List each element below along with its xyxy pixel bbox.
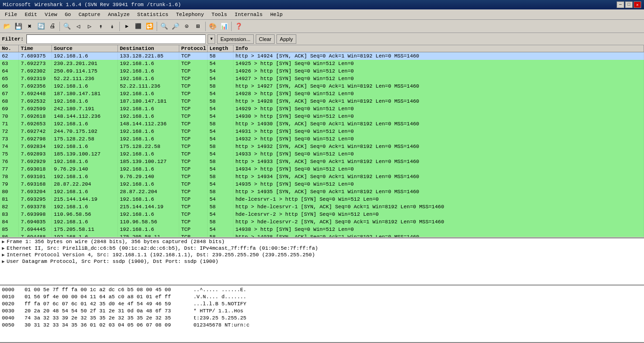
titlebar-left: Microsoft Wireshark 1.6.4 (SVN Rev 39941… bbox=[3, 2, 181, 8]
menu-item-edit[interactable]: Edit bbox=[21, 11, 41, 18]
table-row[interactable]: 857.694445175.205.58.11192.168.1.6TCP541… bbox=[0, 226, 644, 233]
zoom-out-button[interactable]: 🔎 bbox=[170, 21, 181, 32]
filterbar: Filter: ▼ Expression... Clear Apply bbox=[0, 33, 644, 45]
table-row[interactable]: 737.692798175.128.22.58192.168.1.6TCP541… bbox=[0, 135, 644, 143]
hex-row: 0020ff fa 07 6c 07 6c 01 42 35 d0 4e 4f … bbox=[2, 301, 642, 308]
apply-button[interactable]: Apply bbox=[276, 34, 296, 44]
hex-bytes: 30 31 32 33 34 35 36 01 02 03 04 05 06 0… bbox=[25, 322, 190, 329]
filter-dropdown-button[interactable]: ▼ bbox=[208, 34, 215, 44]
hex-offset: 0000 bbox=[2, 286, 21, 294]
zoom-normal-button[interactable]: ⊙ bbox=[182, 21, 192, 32]
hex-dump: 000001 00 5e 7f ff fa 00 1c a2 dc c6 b5 … bbox=[0, 286, 644, 342]
close-button[interactable]: ✕ bbox=[634, 1, 641, 8]
table-row[interactable]: 717.692653192.168.1.6148.144.112.236TCP5… bbox=[0, 120, 644, 128]
table-row[interactable]: 817.693295215.144.144.19192.168.1.6TCP54… bbox=[0, 196, 644, 203]
goto-next-button[interactable]: ▷ bbox=[84, 21, 95, 32]
clear-button[interactable]: Clear bbox=[256, 34, 275, 44]
hex-bytes: 01 00 5e 7f ff fa 00 1c a2 dc c6 b5 08 0… bbox=[25, 286, 190, 294]
maximize-button[interactable]: □ bbox=[625, 1, 633, 8]
table-row[interactable]: 847.694035192.168.1.6110.96.58.56TCP58ht… bbox=[0, 218, 644, 226]
detail-row[interactable]: ▶Ethernet II, Src: PirelliB_dc:c6:b5 (00… bbox=[0, 245, 644, 252]
table-row[interactable]: 807.693204192.168.1.628.87.22.204TCP58ht… bbox=[0, 188, 644, 196]
capture-restart-button[interactable]: 🔁 bbox=[144, 21, 155, 32]
table-row[interactable]: 677.692448187.180.147.181192.168.1.6TCP5… bbox=[0, 90, 644, 98]
hex-ascii: t:239.25 5.255.25 bbox=[193, 315, 246, 322]
table-row[interactable]: 867.694488192.168.1.6175.205.58.11TCP58h… bbox=[0, 233, 644, 237]
column-header-time: Time bbox=[19, 45, 52, 52]
find-button[interactable]: 🔍 bbox=[62, 21, 72, 32]
detail-text: Ethernet II, Src: PirelliB_dc:c6:b5 (00:… bbox=[7, 245, 318, 251]
table-row[interactable]: 787.693101192.168.1.69.76.29.140TCP58htt… bbox=[0, 173, 644, 180]
menu-item-go[interactable]: Go bbox=[61, 11, 75, 18]
titlebar: Microsoft Wireshark 1.6.4 (SVN Rev 39941… bbox=[0, 0, 644, 9]
detail-row[interactable]: ▶User Datagram Protocol, Src Port: ssdp … bbox=[0, 258, 644, 265]
titlebar-controls[interactable]: ─ □ ✕ bbox=[617, 1, 641, 8]
toolbar: 📂 💾 ✖ 🔄 🖨 🔍 ◁ ▷ ↟ ↡ ▶ ⬛ 🔁 🔍 🔎 ⊙ ⊞ 🎨 📊 ❓ bbox=[0, 20, 644, 33]
print-button[interactable]: 🖨 bbox=[47, 21, 58, 32]
table-row[interactable]: 697.692599242.180.7.191192.168.1.6TCP541… bbox=[0, 105, 644, 113]
resize-columns-button[interactable]: ⊞ bbox=[193, 21, 203, 32]
minimize-button[interactable]: ─ bbox=[617, 1, 624, 8]
hex-ascii: ...l.l.B 5.NOTIFY bbox=[193, 301, 246, 308]
menu-item-statistics[interactable]: Statistics bbox=[134, 11, 172, 18]
hex-offset: 0010 bbox=[2, 294, 21, 301]
colorize-button[interactable]: 🎨 bbox=[208, 21, 218, 32]
toolbar-separator-2 bbox=[119, 22, 120, 31]
menu-item-internals[interactable]: Internals bbox=[231, 11, 266, 18]
table-row[interactable]: 837.693998110.96.58.56192.168.1.6TCP54hd… bbox=[0, 211, 644, 218]
hex-offset: 0020 bbox=[2, 301, 21, 308]
capture-start-button[interactable]: ▶ bbox=[122, 21, 132, 32]
goto-prev-button[interactable]: ◁ bbox=[73, 21, 84, 32]
table-row[interactable]: 707.692618148.144.112.236192.168.1.6TCP5… bbox=[0, 113, 644, 120]
table-row[interactable]: 757.692893185.139.100.127192.168.1.6TCP5… bbox=[0, 150, 644, 158]
hex-row: 005030 31 32 33 34 35 36 01 02 03 04 05 … bbox=[2, 322, 642, 329]
toolbar-separator-5 bbox=[231, 22, 232, 31]
goto-first-button[interactable]: ↟ bbox=[96, 21, 106, 32]
app-name: Microsoft bbox=[3, 2, 31, 8]
hex-bytes: ff fa 07 6c 07 6c 01 42 35 d0 4e 4f 54 4… bbox=[25, 301, 190, 308]
capture-stop-button[interactable]: ⬛ bbox=[133, 21, 143, 32]
table-row[interactable]: 657.69231952.22.111.236192.168.1.6TCP541… bbox=[0, 75, 644, 82]
table-row[interactable]: 767.692929192.168.1.6185.139.100.127TCP5… bbox=[0, 158, 644, 165]
detail-text: Internet Protocol Version 4, Src: 192.16… bbox=[7, 252, 315, 258]
help-button[interactable]: ❓ bbox=[234, 21, 244, 32]
column-header-info: Info bbox=[234, 45, 644, 52]
autocompl-button[interactable]: 📊 bbox=[219, 21, 229, 32]
table-row[interactable]: 727.692742244.70.175.102192.168.1.6TCP54… bbox=[0, 128, 644, 135]
column-header-protocol: Protocol bbox=[179, 45, 208, 52]
menu-item-file[interactable]: File bbox=[1, 11, 21, 18]
table-row[interactable]: 827.693378192.168.1.6215.144.144.19TCP58… bbox=[0, 203, 644, 211]
table-row[interactable]: 627.689375192.168.1.6133.128.221.85TCP58… bbox=[0, 52, 644, 60]
hex-bytes: 74 3a 32 33 39 2e 32 35 35 2e 32 35 35 2… bbox=[25, 315, 190, 322]
hex-ascii: .V.N.... d....... bbox=[193, 294, 246, 301]
menu-item-capture[interactable]: Capture bbox=[75, 11, 104, 18]
table-row[interactable]: 797.69316828.87.22.204192.168.1.6TCP5414… bbox=[0, 180, 644, 188]
table-row[interactable]: 747.692834192.168.1.6175.128.22.58TCP58h… bbox=[0, 143, 644, 150]
table-row[interactable]: 647.692302250.69.114.175192.168.1.6TCP54… bbox=[0, 67, 644, 75]
open-button[interactable]: 📂 bbox=[2, 21, 12, 32]
detail-row[interactable]: ▶Frame 1: 356 bytes on wire (2848 bits),… bbox=[0, 238, 644, 245]
menu-item-view[interactable]: View bbox=[41, 11, 61, 18]
table-row[interactable]: 687.692532192.168.1.6187.180.147.181TCP5… bbox=[0, 98, 644, 105]
menu-item-help[interactable]: Help bbox=[267, 11, 286, 18]
column-header-length: Length bbox=[208, 45, 234, 52]
table-row[interactable]: 777.6930189.76.29.140192.168.1.6TCP54149… bbox=[0, 165, 644, 173]
table-row[interactable]: 667.692356192.168.1.652.22.111.236TCP58h… bbox=[0, 82, 644, 90]
reload-button[interactable]: 🔄 bbox=[36, 21, 46, 32]
save-button[interactable]: 💾 bbox=[13, 21, 24, 32]
menubar: FileEditViewGoCaptureAnalyzeStatisticsTe… bbox=[0, 9, 644, 20]
close-capture-button[interactable]: ✖ bbox=[25, 21, 35, 32]
expression-button[interactable]: Expression... bbox=[217, 34, 254, 44]
menu-item-telephony[interactable]: Telephony bbox=[172, 11, 208, 18]
filter-input[interactable] bbox=[26, 34, 206, 44]
detail-row[interactable]: ▶Internet Protocol Version 4, Src: 192.1… bbox=[0, 252, 644, 258]
hex-ascii: ..^..... ......E. bbox=[193, 286, 246, 294]
menu-item-tools[interactable]: Tools bbox=[208, 11, 231, 18]
packet-rows[interactable]: 627.689375192.168.1.6133.128.221.85TCP58… bbox=[0, 52, 644, 237]
table-row[interactable]: 637.692273230.23.201.201192.168.1.6TCP54… bbox=[0, 60, 644, 67]
menu-item-analyze[interactable]: Analyze bbox=[104, 11, 134, 18]
hex-bytes: 20 2a 20 48 54 54 50 2f 31 2e 31 0d 0a 4… bbox=[25, 308, 190, 315]
zoom-in-button[interactable]: 🔍 bbox=[159, 21, 169, 32]
goto-last-button[interactable]: ↡ bbox=[107, 21, 117, 32]
column-header-no: No. bbox=[0, 45, 19, 52]
